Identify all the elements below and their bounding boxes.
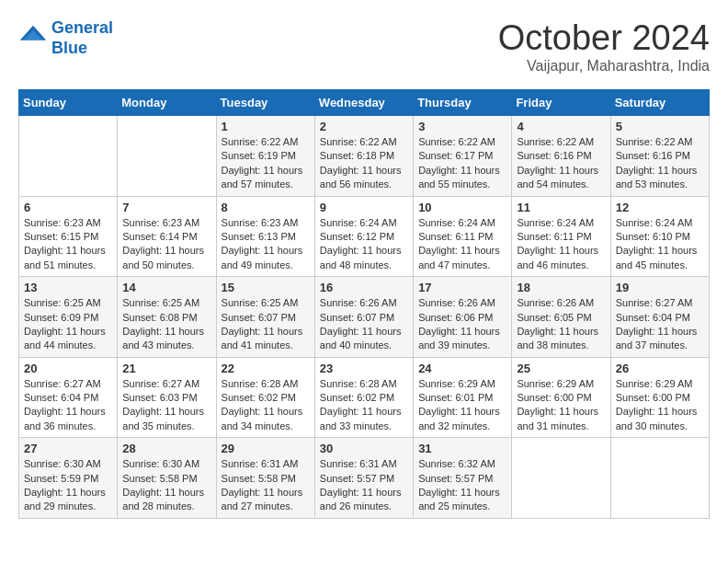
day-number: 28: [122, 442, 210, 455]
day-number: 27: [24, 442, 112, 455]
calendar-cell: 8 Sunrise: 6:23 AMSunset: 6:13 PMDayligh…: [216, 196, 314, 277]
cell-sunrise: Sunrise: 6:29 AMSunset: 6:00 PMDaylight:…: [616, 378, 698, 431]
cell-sunrise: Sunrise: 6:26 AMSunset: 6:05 PMDaylight:…: [517, 297, 598, 350]
calendar-cell: 29 Sunrise: 6:31 AMSunset: 5:58 PMDaylig…: [216, 438, 314, 519]
cell-sunrise: Sunrise: 6:27 AMSunset: 6:04 PMDaylight:…: [616, 297, 698, 350]
cell-sunrise: Sunrise: 6:31 AMSunset: 5:57 PMDaylight:…: [320, 458, 402, 511]
calendar-cell: 13 Sunrise: 6:25 AMSunset: 6:09 PMDaylig…: [19, 277, 118, 358]
cell-sunrise: Sunrise: 6:28 AMSunset: 6:02 PMDaylight:…: [222, 378, 303, 431]
cell-sunrise: Sunrise: 6:28 AMSunset: 6:02 PMDaylight:…: [320, 378, 402, 431]
cell-sunrise: Sunrise: 6:26 AMSunset: 6:06 PMDaylight:…: [418, 297, 500, 350]
calendar-cell: [118, 116, 216, 197]
calendar-cell: 2 Sunrise: 6:22 AMSunset: 6:18 PMDayligh…: [314, 116, 413, 197]
cell-sunrise: Sunrise: 6:25 AMSunset: 6:07 PMDaylight:…: [222, 297, 303, 350]
calendar-cell: 1 Sunrise: 6:22 AMSunset: 6:19 PMDayligh…: [216, 116, 314, 197]
calendar-cell: 17 Sunrise: 6:26 AMSunset: 6:06 PMDaylig…: [414, 277, 512, 358]
calendar-cell: 4 Sunrise: 6:22 AMSunset: 6:16 PMDayligh…: [512, 116, 610, 197]
cell-sunrise: Sunrise: 6:22 AMSunset: 6:17 PMDaylight:…: [418, 136, 500, 190]
calendar-week-5: 27 Sunrise: 6:30 AMSunset: 5:59 PMDaylig…: [19, 438, 710, 519]
cell-sunrise: Sunrise: 6:23 AMSunset: 6:14 PMDaylight:…: [122, 217, 204, 270]
calendar-week-2: 6 Sunrise: 6:23 AMSunset: 6:15 PMDayligh…: [19, 196, 710, 277]
calendar-cell: 22 Sunrise: 6:28 AMSunset: 6:02 PMDaylig…: [216, 357, 314, 438]
calendar-cell: 10 Sunrise: 6:24 AMSunset: 6:11 PMDaylig…: [414, 196, 512, 277]
cell-sunrise: Sunrise: 6:27 AMSunset: 6:03 PMDaylight:…: [122, 378, 204, 431]
day-number: 21: [122, 362, 210, 375]
calendar-cell: 15 Sunrise: 6:25 AMSunset: 6:07 PMDaylig…: [216, 277, 314, 358]
day-number: 30: [320, 442, 408, 455]
logo-line1: General: [51, 18, 113, 37]
calendar-header-row: SundayMondayTuesdayWednesdayThursdayFrid…: [19, 90, 710, 116]
header-thursday: Thursday: [414, 90, 512, 116]
cell-sunrise: Sunrise: 6:32 AMSunset: 5:57 PMDaylight:…: [418, 458, 500, 511]
calendar-cell: 26 Sunrise: 6:29 AMSunset: 6:00 PMDaylig…: [610, 357, 709, 438]
calendar-week-4: 20 Sunrise: 6:27 AMSunset: 6:04 PMDaylig…: [19, 357, 710, 438]
logo: General Blue: [18, 18, 113, 58]
header-tuesday: Tuesday: [216, 90, 314, 116]
cell-sunrise: Sunrise: 6:23 AMSunset: 6:13 PMDaylight:…: [222, 217, 303, 270]
logo-text: General Blue: [51, 18, 113, 58]
day-number: 6: [24, 201, 112, 214]
day-number: 12: [616, 201, 704, 214]
cell-sunrise: Sunrise: 6:31 AMSunset: 5:58 PMDaylight:…: [222, 458, 303, 511]
day-number: 10: [418, 201, 506, 214]
day-number: 22: [222, 362, 310, 375]
day-number: 20: [24, 362, 112, 375]
day-number: 19: [616, 281, 704, 294]
day-number: 5: [616, 120, 704, 133]
calendar-cell: 5 Sunrise: 6:22 AMSunset: 6:16 PMDayligh…: [610, 116, 709, 197]
cell-sunrise: Sunrise: 6:24 AMSunset: 6:10 PMDaylight:…: [616, 217, 698, 270]
cell-sunrise: Sunrise: 6:23 AMSunset: 6:15 PMDaylight:…: [24, 217, 106, 270]
cell-sunrise: Sunrise: 6:26 AMSunset: 6:07 PMDaylight:…: [320, 297, 402, 350]
header-sunday: Sunday: [19, 90, 118, 116]
day-number: 23: [320, 362, 408, 375]
day-number: 18: [517, 281, 605, 294]
day-number: 15: [222, 281, 310, 294]
calendar-cell: 25 Sunrise: 6:29 AMSunset: 6:00 PMDaylig…: [512, 357, 610, 438]
day-number: 16: [320, 281, 408, 294]
day-number: 1: [222, 120, 310, 133]
calendar-cell: [19, 116, 118, 197]
header-wednesday: Wednesday: [314, 90, 413, 116]
day-number: 11: [517, 201, 605, 214]
cell-sunrise: Sunrise: 6:22 AMSunset: 6:19 PMDaylight:…: [222, 136, 303, 190]
cell-sunrise: Sunrise: 6:27 AMSunset: 6:04 PMDaylight:…: [24, 378, 106, 431]
calendar-cell: 19 Sunrise: 6:27 AMSunset: 6:04 PMDaylig…: [610, 277, 709, 358]
calendar-cell: 9 Sunrise: 6:24 AMSunset: 6:12 PMDayligh…: [314, 196, 413, 277]
cell-sunrise: Sunrise: 6:22 AMSunset: 6:18 PMDaylight:…: [320, 136, 402, 190]
day-number: 8: [222, 201, 310, 214]
cell-sunrise: Sunrise: 6:30 AMSunset: 5:58 PMDaylight:…: [122, 458, 204, 511]
calendar-cell: [512, 438, 610, 519]
cell-sunrise: Sunrise: 6:22 AMSunset: 6:16 PMDaylight:…: [616, 136, 698, 190]
day-number: 13: [24, 281, 112, 294]
header-monday: Monday: [118, 90, 216, 116]
day-number: 14: [122, 281, 210, 294]
month-title: October 2024: [498, 18, 710, 58]
calendar-cell: 18 Sunrise: 6:26 AMSunset: 6:05 PMDaylig…: [512, 277, 610, 358]
cell-sunrise: Sunrise: 6:24 AMSunset: 6:11 PMDaylight:…: [517, 217, 598, 270]
header-friday: Friday: [512, 90, 610, 116]
cell-sunrise: Sunrise: 6:29 AMSunset: 6:00 PMDaylight:…: [517, 378, 598, 431]
cell-sunrise: Sunrise: 6:25 AMSunset: 6:09 PMDaylight:…: [24, 297, 106, 350]
logo-line2: Blue: [51, 39, 87, 57]
day-number: 2: [320, 120, 408, 133]
calendar-cell: 3 Sunrise: 6:22 AMSunset: 6:17 PMDayligh…: [414, 116, 512, 197]
calendar-cell: 14 Sunrise: 6:25 AMSunset: 6:08 PMDaylig…: [118, 277, 216, 358]
day-number: 17: [418, 281, 506, 294]
calendar-cell: 30 Sunrise: 6:31 AMSunset: 5:57 PMDaylig…: [314, 438, 413, 519]
page-header: General Blue October 2024 Vaijapur, Maha…: [18, 18, 710, 75]
calendar-cell: 23 Sunrise: 6:28 AMSunset: 6:02 PMDaylig…: [314, 357, 413, 438]
calendar-cell: 11 Sunrise: 6:24 AMSunset: 6:11 PMDaylig…: [512, 196, 610, 277]
location-subtitle: Vaijapur, Maharashtra, India: [498, 58, 710, 75]
calendar-week-1: 1 Sunrise: 6:22 AMSunset: 6:19 PMDayligh…: [19, 116, 710, 197]
cell-sunrise: Sunrise: 6:25 AMSunset: 6:08 PMDaylight:…: [122, 297, 204, 350]
calendar-week-3: 13 Sunrise: 6:25 AMSunset: 6:09 PMDaylig…: [19, 277, 710, 358]
calendar-cell: 28 Sunrise: 6:30 AMSunset: 5:58 PMDaylig…: [118, 438, 216, 519]
day-number: 26: [616, 362, 704, 375]
day-number: 31: [418, 442, 506, 455]
cell-sunrise: Sunrise: 6:30 AMSunset: 5:59 PMDaylight:…: [24, 458, 106, 511]
calendar-cell: 24 Sunrise: 6:29 AMSunset: 6:01 PMDaylig…: [414, 357, 512, 438]
header-saturday: Saturday: [610, 90, 709, 116]
calendar-cell: 12 Sunrise: 6:24 AMSunset: 6:10 PMDaylig…: [610, 196, 709, 277]
logo-icon: [18, 24, 48, 53]
calendar-cell: 20 Sunrise: 6:27 AMSunset: 6:04 PMDaylig…: [19, 357, 118, 438]
